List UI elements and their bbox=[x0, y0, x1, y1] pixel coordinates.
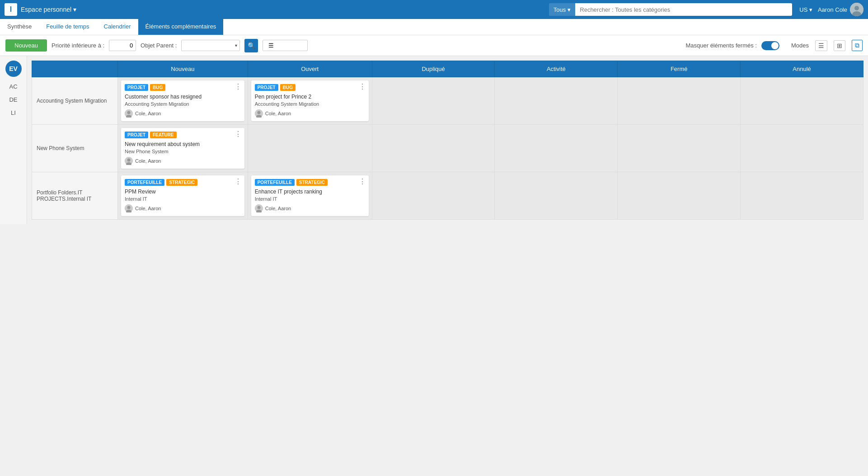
empty-cell bbox=[497, 127, 615, 163]
filter-button[interactable]: ☰ bbox=[263, 40, 308, 51]
card-title: PPM Review bbox=[125, 189, 241, 195]
kanban-cell: PROJETFEATURE⋮New requirement about syst… bbox=[118, 125, 248, 172]
kanban-card[interactable]: PROJETBUG⋮Customer sponsor has resignedA… bbox=[121, 80, 244, 121]
table-row: Portfolio Folders.ITPROJECTS.Internal IT… bbox=[32, 172, 863, 220]
empty-cell bbox=[742, 79, 861, 115]
sidebar-item-de[interactable]: DE bbox=[5, 94, 22, 105]
tab-feuille-de-temps[interactable]: Feuille de temps bbox=[39, 19, 96, 35]
row-label: Accounting System Migration bbox=[32, 77, 118, 125]
kanban-card[interactable]: PORTEFEUILLESTRATEGIC⋮Enhance IT project… bbox=[251, 175, 369, 216]
svg-point-13 bbox=[127, 206, 131, 209]
mode-grid-button[interactable]: ⊞ bbox=[834, 40, 845, 51]
top-nav: I Espace personnel ▾ Tous ▾ US ▾ Aaron C… bbox=[0, 0, 868, 19]
card-tag: PORTEFEUILLE bbox=[255, 179, 295, 186]
card-title: Pen project for Prince 2 bbox=[255, 94, 365, 100]
card-more-button[interactable]: ⋮ bbox=[235, 83, 242, 90]
tab-calendrier[interactable]: Calendrier bbox=[97, 19, 138, 35]
kanban-card[interactable]: PROJETFEATURE⋮New requirement about syst… bbox=[121, 128, 244, 169]
parent-label: Objet Parent : bbox=[141, 42, 177, 49]
card-tag: PROJET bbox=[125, 84, 148, 91]
svg-point-4 bbox=[127, 111, 131, 114]
toggle-knob bbox=[771, 42, 779, 49]
sidebar-avatar[interactable]: EV bbox=[5, 61, 22, 77]
search-input[interactable] bbox=[575, 3, 792, 16]
table-row: New Phone SystemPROJETFEATURE⋮New requir… bbox=[32, 125, 863, 172]
parent-select[interactable] bbox=[181, 40, 240, 51]
masquer-label: Masquer éléments fermés : bbox=[685, 42, 757, 49]
empty-cell bbox=[619, 127, 738, 163]
locale-selector[interactable]: US ▾ bbox=[799, 6, 812, 13]
card-user: Cole, Aaron bbox=[125, 157, 241, 165]
sidebar: EV AC DE LI bbox=[0, 56, 27, 224]
mode-kanban-button[interactable]: ⧉ bbox=[852, 40, 863, 51]
card-subtitle: Internal IT bbox=[255, 196, 365, 202]
card-more-button[interactable]: ⋮ bbox=[359, 83, 366, 90]
kanban-cell bbox=[495, 125, 618, 172]
empty-cell bbox=[374, 79, 493, 115]
parent-select-wrap: ▾ bbox=[181, 40, 240, 51]
svg-point-10 bbox=[127, 159, 131, 162]
kanban-header: Nouveau Ouvert Dupliqué Activité Fermé A… bbox=[32, 61, 863, 77]
card-tags: PROJETBUG bbox=[255, 84, 365, 91]
card-subtitle: Internal IT bbox=[125, 196, 241, 202]
empty-cell bbox=[619, 79, 738, 115]
card-user-name: Cole, Aaron bbox=[265, 206, 291, 211]
card-subtitle: New Phone System bbox=[125, 149, 241, 154]
kanban-cell bbox=[741, 125, 863, 172]
card-subtitle: Accounting System Migration bbox=[125, 101, 241, 107]
tous-dropdown[interactable]: Tous ▾ bbox=[549, 3, 575, 16]
kanban-cell bbox=[741, 77, 863, 125]
column-header-ouvert: Ouvert bbox=[248, 61, 372, 77]
column-header-activite: Activité bbox=[495, 61, 618, 77]
workspace-selector[interactable]: Espace personnel ▾ bbox=[21, 6, 76, 13]
card-user-icon bbox=[125, 157, 133, 165]
mode-list-button[interactable]: ☰ bbox=[815, 40, 827, 51]
card-tags: PORTEFEUILLESTRATEGIC bbox=[255, 179, 365, 186]
card-user-icon bbox=[255, 109, 263, 118]
card-user: Cole, Aaron bbox=[125, 204, 241, 212]
card-user-name: Cole, Aaron bbox=[265, 111, 291, 116]
tab-elements-complementaires[interactable]: Éléments complémentaires bbox=[138, 19, 224, 35]
card-more-button[interactable]: ⋮ bbox=[235, 131, 242, 138]
kanban-cell bbox=[372, 172, 495, 220]
svg-point-7 bbox=[257, 111, 260, 114]
sidebar-item-li[interactable]: LI bbox=[5, 108, 22, 118]
kanban-cell bbox=[495, 77, 618, 125]
toggle-masquer[interactable] bbox=[761, 41, 779, 50]
kanban-card[interactable]: PORTEFEUILLESTRATEGIC⋮PPM ReviewInternal… bbox=[121, 175, 244, 216]
card-tag: PROJET bbox=[125, 132, 148, 138]
main-content: EV AC DE LI Nouveau Ouvert Dupliqué Acti… bbox=[0, 56, 868, 224]
card-tags: PORTEFEUILLESTRATEGIC bbox=[125, 179, 241, 186]
card-more-button[interactable]: ⋮ bbox=[235, 178, 242, 185]
tab-bar: Synthèse Feuille de temps Calendrier Élé… bbox=[0, 19, 868, 35]
card-more-button[interactable]: ⋮ bbox=[359, 178, 366, 185]
kanban-cell: PORTEFEUILLESTRATEGIC⋮Enhance IT project… bbox=[248, 172, 372, 220]
sidebar-item-ac[interactable]: AC bbox=[5, 81, 22, 92]
card-subtitle: Accounting System Migration bbox=[255, 101, 365, 107]
toolbar: Nouveau Priorité inférieure à : Objet Pa… bbox=[0, 35, 868, 56]
toggle-switch[interactable] bbox=[761, 41, 779, 50]
card-title: Enhance IT projects ranking bbox=[255, 189, 365, 195]
mode-kanban-icon: ⧉ bbox=[855, 42, 859, 49]
user-menu[interactable]: Aaron Cole bbox=[818, 3, 863, 16]
top-nav-right: US ▾ Aaron Cole bbox=[799, 3, 863, 16]
new-button[interactable]: Nouveau bbox=[5, 39, 47, 52]
card-title: Customer sponsor has resigned bbox=[125, 94, 241, 100]
card-user: Cole, Aaron bbox=[255, 204, 365, 212]
card-tag: PROJET bbox=[255, 84, 278, 91]
column-header-duplique: Dupliqué bbox=[372, 61, 495, 77]
tab-synthese[interactable]: Synthèse bbox=[0, 19, 39, 35]
card-user-name: Cole, Aaron bbox=[135, 111, 161, 116]
column-header-empty bbox=[32, 61, 118, 77]
card-user: Cole, Aaron bbox=[255, 109, 365, 118]
kanban-body: Accounting System MigrationPROJETBUG⋮Cus… bbox=[32, 77, 863, 220]
empty-cell bbox=[374, 127, 493, 163]
priority-input[interactable] bbox=[109, 40, 136, 51]
kanban-cell bbox=[618, 172, 741, 220]
kanban-cell bbox=[248, 125, 372, 172]
card-tags: PROJETFEATURE bbox=[125, 132, 241, 138]
empty-cell bbox=[742, 127, 861, 163]
search-button[interactable]: 🔍 bbox=[244, 39, 258, 52]
kanban-card[interactable]: PROJETBUG⋮Pen project for Prince 2Accoun… bbox=[251, 80, 369, 121]
mode-grid-icon: ⊞ bbox=[837, 42, 842, 49]
